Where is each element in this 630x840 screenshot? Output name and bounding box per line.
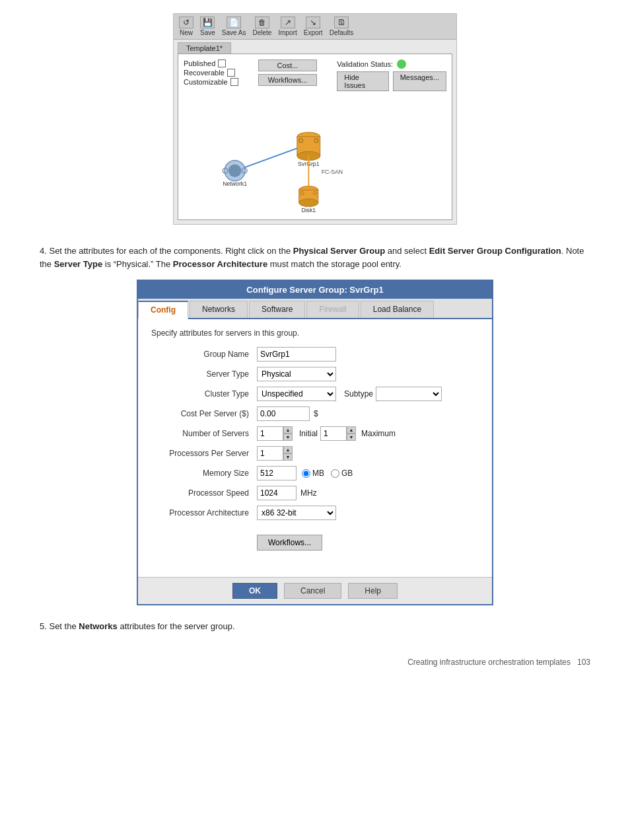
num-servers-input[interactable] [257,426,283,441]
validation-row: Validation Status: [337,59,446,69]
memory-mb-text: MB [312,469,324,478]
page-footer: Creating infrastructure orchestration te… [40,658,590,667]
processors-down[interactable]: ▼ [283,453,293,461]
new-button[interactable]: ↺ New [179,17,193,36]
published-checkbox[interactable] [218,59,226,67]
memory-gb-label[interactable]: GB [331,469,353,478]
memory-units: MB GB [302,469,353,478]
memory-row: Memory Size MB GB [151,466,479,480]
proc-arch-label: Processor Architecture [151,508,257,517]
server-type-select-wrapper: Physical [257,367,336,381]
ok-button[interactable]: OK [232,583,277,599]
processors-input[interactable] [257,446,283,461]
initial-input[interactable] [320,426,347,441]
delete-button[interactable]: 🗑 Delete [253,17,272,36]
initial-up[interactable]: ▲ [347,426,356,434]
cluster-type-select[interactable]: Unspecified [257,387,336,401]
proc-arch-select-wrapper: x86 32-bit [257,506,336,520]
save-as-button[interactable]: 📄 Save As [222,17,246,36]
memory-mb-label[interactable]: MB [302,469,324,478]
step5-bold1: Networks [79,621,118,631]
hide-issues-button[interactable]: Hide Issues [337,71,388,91]
proc-speed-input[interactable] [257,486,297,500]
memory-gb-radio[interactable] [331,469,339,478]
toolbar: ↺ New 💾 Save 📄 Save As 🗑 Delete ↗ Import… [174,14,456,40]
svg-point-13 [299,199,318,207]
svg-line-17 [244,148,297,167]
num-servers-label: Number of Servers [151,429,257,438]
defaults-button[interactable]: 🖻 Defaults [330,17,354,36]
export-button[interactable]: ↘ Export [304,17,323,36]
network-node: Network1 [223,161,247,187]
recoverable-label: Recoverable [184,69,225,77]
recoverable-checkbox[interactable] [227,69,235,77]
issues-messages-row: Hide Issues Messages... [337,71,446,91]
proc-speed-label: Processor Speed [151,488,257,498]
step4-bold2: Edit Server Group Configuration [429,246,561,256]
workflows-row: Workflows... [151,529,479,551]
tab-firewall[interactable]: Firewall [306,301,359,318]
step5-text1: Set the [49,621,79,631]
num-servers-down[interactable]: ▼ [283,434,293,441]
initial-arrows: ▲ ▼ [347,426,356,441]
group-name-row: Group Name [151,347,479,362]
step5-text2: attributes for the server group. [118,621,235,631]
cost-label: Cost Per Server ($) [151,409,257,418]
tab-loadbalance[interactable]: Load Balance [361,301,434,318]
proc-speed-row: Processor Speed MHz [151,486,479,500]
processors-up[interactable]: ▲ [283,446,293,453]
cancel-button[interactable]: Cancel [284,583,341,599]
memory-input[interactable] [257,466,297,480]
step4-text5: must match the storage pool entry. [267,259,402,269]
tab-software[interactable]: Software [249,301,305,318]
published-row: Published [184,59,238,67]
initial-down[interactable]: ▼ [347,434,356,441]
cost-per-server-row: Cost Per Server ($) $ [151,406,479,421]
server-type-label: Server Type [151,369,257,379]
template-body: Published Recoverable Customizable Cost.… [178,54,452,220]
cost-button[interactable]: Cost... [258,59,318,71]
dialog-workflows-button[interactable]: Workflows... [257,535,322,551]
processors-arrows: ▲ ▼ [283,446,293,461]
import-button[interactable]: ↗ Import [278,17,297,36]
validation-col: Validation Status: Hide Issues Messages.… [337,59,446,91]
cost-input[interactable] [257,406,310,421]
num-servers-up[interactable]: ▲ [283,426,293,434]
help-button[interactable]: Help [348,583,398,599]
workflows-button[interactable]: Workflows... [258,74,318,86]
group-name-input[interactable] [257,347,336,362]
save-button[interactable]: 💾 Save [200,17,215,36]
customizable-checkbox[interactable] [230,78,238,86]
step4-bold4: Processor Architecture [173,259,267,269]
proc-arch-row: Processor Architecture x86 32-bit [151,506,479,520]
screenshot-container: ↺ New 💾 Save 📄 Save As 🗑 Delete ↗ Import… [173,13,457,225]
footer-text: Creating infrastructure orchestration te… [407,658,571,667]
footer-page: 103 [577,658,590,667]
tab-networks[interactable]: Networks [190,301,248,318]
template-tab[interactable]: Template1* [178,42,231,54]
tab-config[interactable]: Config [138,301,188,319]
svg-text:Network1: Network1 [223,180,247,187]
cost-unit: $ [314,409,318,418]
configure-dialog: Configure Server Group: SvrGrp1 Config N… [137,280,493,605]
cost-workflows-buttons: Cost... Workflows... [258,59,318,91]
cluster-type-label: Cluster Type [151,389,257,399]
step5-number: 5. [40,621,47,631]
server-type-select[interactable]: Physical [257,367,336,381]
step4-number: 4. [40,246,47,256]
customizable-label: Customizable [184,78,228,86]
messages-button[interactable]: Messages... [393,71,446,91]
memory-mb-radio[interactable] [302,469,310,478]
subtype-label: Subtype [344,389,373,399]
maximum-label: Maximum [361,429,396,438]
checkboxes: Published Recoverable Customizable [184,59,238,91]
step4-text2: and select [385,246,429,256]
svg-text:10 GB: 10 GB [298,213,312,214]
dialog-bottom: OK Cancel Help [138,577,492,604]
dialog-desc: Specify attributes for servers in this g… [151,328,479,338]
disk-node: Disk1 [299,186,318,214]
proc-arch-select[interactable]: x86 32-bit [257,506,336,520]
subtype-select[interactable] [376,387,442,401]
server-type-row: Server Type Physical [151,367,479,381]
initial-spinner: ▲ ▼ [320,426,356,441]
